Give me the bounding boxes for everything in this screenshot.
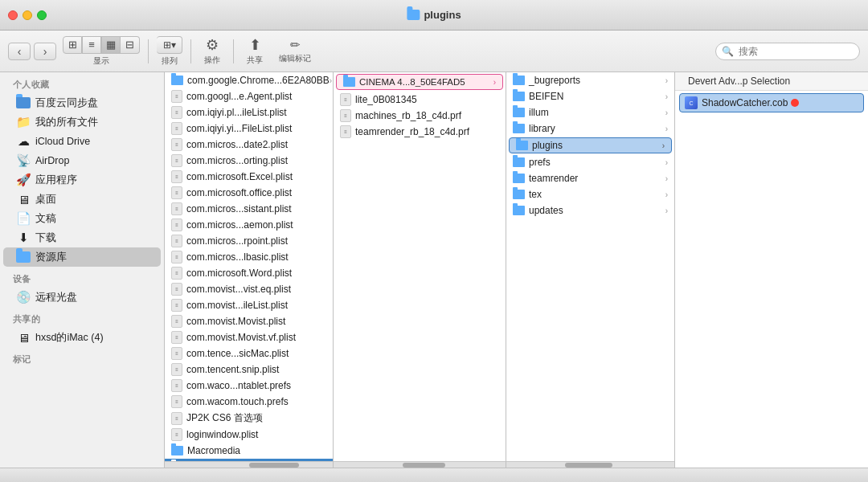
action-button[interactable]: ⚙ 操作 [199,35,225,67]
nav-buttons[interactable]: ‹ › [8,43,56,60]
list-item[interactable]: ≡ machines_rb_18_c4d.prf [334,108,506,124]
view-icons[interactable]: ⊞ ≡ ▦ ⊟ [63,36,140,54]
desktop-icon: 🖥 [16,192,31,206]
list-item[interactable]: ≡ com.micros...date2.plist [165,137,333,153]
plist-icon: ≡ [171,186,182,199]
list-item[interactable]: com.google.Chrome...6E2A80BB › [165,72,333,88]
list-item[interactable]: ≡ com.iqiyi.pl...ileList.plist [165,104,333,120]
list-item[interactable]: ≡ com.tence...sicMac.plist [165,345,333,362]
list-item[interactable]: ≡ com.microsoft.office.plist [165,185,333,201]
icon-view-button[interactable]: ⊞ [63,36,82,54]
sidebar-item-remote-disk[interactable]: 💿 远程光盘 [3,288,161,307]
list-item[interactable]: Macromedia [165,443,333,459]
folder-icon [513,174,525,183]
list-item[interactable]: ≡ com.tencent.snip.plist [165,362,333,378]
folder-icon [516,141,528,150]
sidebar-item-downloads[interactable]: ⬇ 下载 [3,228,161,247]
list-item[interactable]: ≡ com.movist...ileList.plist [165,297,333,313]
list-item[interactable]: ≡ com.movist.Movist.vf.plist [165,329,333,345]
sidebar-item-library[interactable]: 资源库 [3,247,161,267]
edit-tags-button[interactable]: ✏ 编辑标记 [274,36,316,66]
list-item[interactable]: CINEMA 4...8_50E4FAD5 › [336,74,503,90]
sidebar-item-allfiles[interactable]: 📁 我的所有文件 [3,112,161,132]
list-item[interactable]: prefs › [506,154,674,170]
cover-flow-button[interactable]: ⊟ [121,36,140,54]
column-1-scrollbar[interactable] [165,461,333,468]
column-3-scrollbar[interactable] [506,461,674,468]
list-item[interactable]: ≡ com.iqiyi.yi...FileList.plist [165,120,333,137]
search-input[interactable] [715,43,860,60]
column-3-scroll[interactable]: _bugreports › BEIFEN › illum › library › [506,72,674,461]
search-bar[interactable]: 🔍 [715,43,860,60]
plist-icon: ≡ [171,363,182,376]
list-item[interactable]: teamrender › [506,170,674,186]
allfiles-icon: 📁 [16,115,31,129]
column-2-scrollbar[interactable] [334,461,506,468]
edit-tags-icon: ✏ [290,38,301,52]
search-wrapper[interactable]: 🔍 [715,43,860,60]
sidebar-item-airdrop[interactable]: 📡 AirDrop [3,151,161,170]
list-item[interactable]: ≡ com.micros...rpoint.plist [165,233,333,249]
minimize-button[interactable] [23,10,32,20]
list-item[interactable]: tex › [506,186,674,202]
list-item[interactable]: updates › [506,202,674,219]
list-item[interactable]: ≡ com.micros...sistant.plist [165,201,333,217]
column-4-header: Devert Adv...p Selection [675,72,868,91]
window-controls[interactable] [8,10,47,20]
forward-button[interactable]: › [34,43,56,60]
list-item[interactable]: ≡ com.movist.Movist.plist [165,313,333,329]
list-item[interactable]: ≡ com.waco...ntablet.prefs [165,378,333,394]
scrollbar-thumb [565,463,612,468]
scrollbar-thumb [403,463,446,468]
list-item[interactable]: C ShadowCatcher.cob [679,93,864,112]
list-item[interactable]: ≡ loginwindow.plist [165,427,333,443]
view-group: ⊞ ≡ ▦ ⊟ 显示 [63,36,140,67]
sidebar-item-icloud[interactable]: ☁ iCloud Drive [3,132,161,151]
list-item[interactable]: plugins › [509,137,672,153]
list-item[interactable]: BEIFEN › [506,88,674,104]
list-item[interactable]: ≡ com.movist...vist.eq.plist [165,281,333,297]
sort-group[interactable]: ⊞▾ 排列 [157,36,182,67]
sidebar-item-documents[interactable]: 📄 文稿 [3,209,161,228]
list-item[interactable]: ≡ com.microsoft.Excel.plist [165,169,333,185]
sidebar: 个人收藏 百度云同步盘 📁 我的所有文件 ☁ iCloud Drive 📡 Ai… [0,72,165,468]
list-item[interactable]: ≡ teamrender_rb_18_c4d.prf [334,124,506,140]
list-item[interactable]: ≡ com.googl...e.Agent.plist [165,88,333,104]
share-icon: ⬆ [249,36,261,54]
close-button[interactable] [8,10,18,20]
column-1-scroll[interactable]: com.google.Chrome...6E2A80BB › ≡ com.goo… [165,72,333,461]
list-view-button[interactable]: ≡ [82,36,101,54]
column-4-scroll[interactable]: Devert Adv...p Selection C ShadowCatcher… [675,72,868,468]
list-item[interactable]: library › [506,120,674,137]
maximize-button[interactable] [37,10,47,20]
plist-icon: ≡ [171,347,182,360]
documents-icon: 📄 [16,211,31,226]
back-button[interactable]: ‹ [8,43,31,60]
list-item[interactable]: illum › [506,104,674,120]
plist-icon: ≡ [171,395,182,408]
list-item[interactable]: ≡ com.micros...orting.plist [165,153,333,169]
plist-icon: ≡ [340,109,351,122]
column-2-scroll[interactable]: CINEMA 4...8_50E4FAD5 › ≡ lite_0B081345 … [334,72,506,461]
list-item[interactable]: ≡ com.wacom.touch.prefs [165,394,333,410]
column-view-button[interactable]: ▦ [101,36,121,54]
list-item[interactable]: ≡ com.micros...lbasic.plist [165,249,333,265]
column-2: CINEMA 4...8_50E4FAD5 › ≡ lite_0B081345 … [334,72,506,468]
sort-icons[interactable]: ⊞▾ [157,36,182,54]
list-item[interactable]: ≡ com.microsoft.Word.plist [165,265,333,281]
share-button[interactable]: ⬆ 共享 [242,35,268,67]
list-item[interactable]: ≡ lite_0B081345 [334,92,506,108]
list-item[interactable]: ≡ JP2K CS6 首选项 [165,410,333,427]
list-item[interactable]: _bugreports › [506,72,674,88]
list-item[interactable]: ≡ com.micros...aemon.plist [165,217,333,233]
plist-icon: ≡ [171,412,182,425]
sidebar-item-applications[interactable]: 🚀 应用程序 [3,170,161,190]
folder-icon [171,446,183,455]
sidebar-item-desktop[interactable]: 🖥 桌面 [3,190,161,209]
plist-icon: ≡ [171,267,182,280]
sidebar-item-hxsd-imac[interactable]: 🖥 hxsd的iMac (4) [3,328,161,347]
column-4: Devert Adv...p Selection C ShadowCatcher… [675,72,868,468]
sort-button[interactable]: ⊞▾ [157,36,182,54]
sidebar-item-baidu[interactable]: 百度云同步盘 [3,93,161,112]
scrollbar-thumb [249,463,300,468]
